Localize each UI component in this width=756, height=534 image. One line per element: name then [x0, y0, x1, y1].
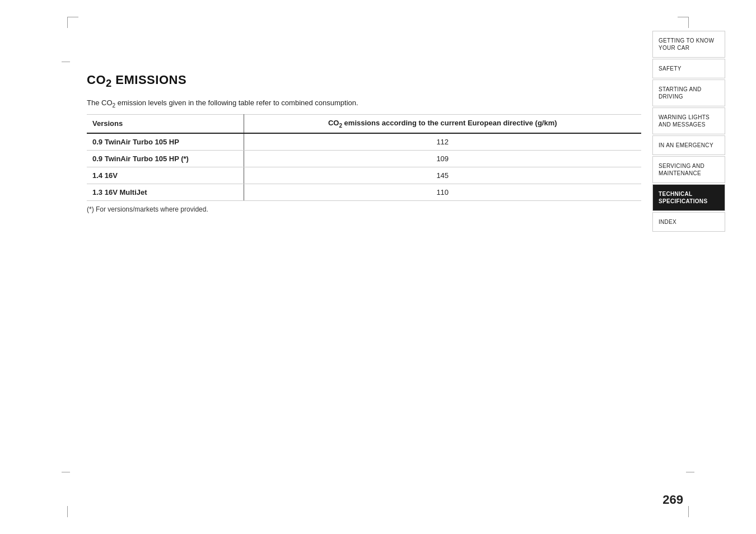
table-cell-version: 1.4 16V — [87, 167, 244, 184]
sidebar-item-warning-lights[interactable]: WARNING LIGHTS AND MESSAGES — [652, 107, 725, 134]
corner-mark-br-v — [688, 506, 689, 517]
description-text: The CO2 emission levels given in the fol… — [87, 97, 641, 110]
corner-mark-tr-v — [688, 17, 689, 28]
table-cell-version: 0.9 TwinAir Turbo 105 HP — [87, 133, 244, 151]
sidebar-item-starting-and-driving[interactable]: STARTING AND DRIVING — [652, 79, 725, 106]
corner-mark-tr-h — [678, 17, 689, 17]
corner-mark-bl-v — [67, 506, 68, 517]
table-cell-emission: 110 — [244, 184, 641, 200]
page-title: CO2 EMISSIONS — [87, 73, 641, 90]
dash-mark-left-bottom — [62, 472, 70, 472]
table-cell-emission: 112 — [244, 133, 641, 151]
table-cell-version: 0.9 TwinAir Turbo 105 HP (*) — [87, 150, 244, 167]
corner-mark-tl-v — [67, 17, 68, 28]
col-versions-header: Versions — [87, 114, 244, 133]
page-number: 269 — [662, 493, 683, 507]
table-row: 0.9 TwinAir Turbo 105 HP112 — [87, 133, 641, 151]
dash-mark-left-top — [62, 62, 70, 62]
table-row: 0.9 TwinAir Turbo 105 HP (*)109 — [87, 150, 641, 167]
table-row: 1.3 16V MultiJet110 — [87, 184, 641, 200]
sidebar-item-safety[interactable]: SAFETY — [652, 59, 725, 78]
dash-mark-right-bottom — [686, 472, 694, 472]
col-co2-header: CO2 emissions according to the current E… — [244, 114, 641, 133]
corner-mark-tl-h — [67, 17, 78, 17]
sidebar-item-getting-to-know[interactable]: GETTING TO KNOW YOUR CAR — [652, 31, 725, 58]
table-cell-emission: 145 — [244, 167, 641, 184]
emissions-table: Versions CO2 emissions according to the … — [87, 114, 641, 201]
sidebar-item-servicing[interactable]: SERVICING AND MAINTENANCE — [652, 156, 725, 183]
sidebar-item-in-an-emergency[interactable]: IN AN EMERGENCY — [652, 135, 725, 155]
sidebar-item-technical-specifications[interactable]: TECHNICAL SPECIFICATIONS — [652, 184, 725, 211]
table-cell-emission: 109 — [244, 150, 641, 167]
table-row: 1.4 16V145 — [87, 167, 641, 184]
sidebar: GETTING TO KNOW YOUR CARSAFETYSTARTING A… — [652, 31, 725, 233]
table-cell-version: 1.3 16V MultiJet — [87, 184, 244, 200]
main-content: CO2 EMISSIONS The CO2 emission levels gi… — [87, 73, 641, 489]
footnote-text: (*) For versions/markets where provided. — [87, 205, 641, 213]
sidebar-item-index[interactable]: INDEX — [652, 212, 725, 232]
